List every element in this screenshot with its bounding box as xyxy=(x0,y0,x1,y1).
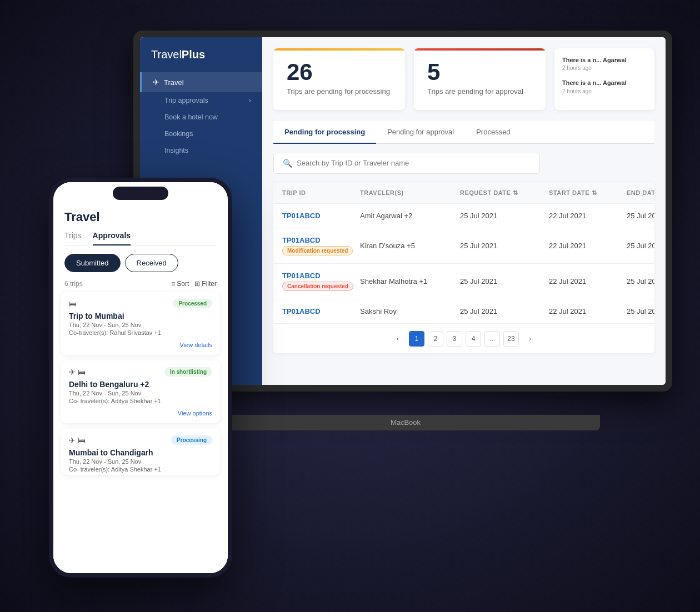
end-date-4: 25 Jul 20... xyxy=(627,307,654,315)
trip-dates-2: Thu, 22 Nov - Sun, 25 Nov xyxy=(69,390,212,397)
search-bar[interactable]: 🔍 xyxy=(273,153,540,174)
travelers-2: Kiran D'souza +5 xyxy=(360,242,460,250)
table-row: TP01ABCD Amit Agarwal +2 25 Jul 2021 22 … xyxy=(273,204,654,228)
stat-number-processing: 26 xyxy=(287,59,392,85)
arrow-icon: › xyxy=(249,97,251,104)
trip-card-1-header: 🛏 Processed xyxy=(69,299,212,308)
next-page-button[interactable]: › xyxy=(522,331,538,347)
phone-content: Travel Trips Approvals Submitted Receive… xyxy=(53,182,228,573)
trip-id-4[interactable]: TP01ABCD xyxy=(282,307,360,315)
sort-button[interactable]: ≡ Sort xyxy=(171,280,189,288)
phone-header: Travel Trips Approvals xyxy=(53,204,228,246)
page-button-1[interactable]: 1 xyxy=(409,331,424,347)
start-date-3: 22 Jul 2021 xyxy=(549,277,627,285)
sidebar-item-bookings[interactable]: Bookings xyxy=(140,126,262,142)
modification-badge: Modification requested xyxy=(282,246,353,255)
laptop-brand: MacBook xyxy=(211,415,600,430)
data-table: TRIP ID TRAVELER(S) REQUEST DATE ⇅ START… xyxy=(273,183,654,353)
phone-title: Travel xyxy=(64,210,217,224)
table-header: TRIP ID TRAVELER(S) REQUEST DATE ⇅ START… xyxy=(273,183,654,204)
table-row: TP01ABCD Cancellation requested Shekhar … xyxy=(273,264,654,299)
sidebar-item-book-hotel[interactable]: Book a hotel now xyxy=(140,109,262,126)
trip-name-3: Mumbai to Chandigarh xyxy=(69,448,212,457)
col-end-date[interactable]: END DATE ⇅ xyxy=(627,189,654,197)
trip-card-3-header: ✈ 🛏 Processing xyxy=(69,435,212,445)
trip-dates-3: Thu, 22 Nov - Sun, 25 Nov xyxy=(69,458,212,465)
col-travelers: TRAVELER(S) xyxy=(360,189,460,197)
phone-tab-approvals[interactable]: Approvals xyxy=(93,231,131,245)
trip-icons-2: ✈ 🛏 xyxy=(69,368,86,377)
trip-card-1-footer: View details xyxy=(69,336,212,353)
flight-icon-3: ✈ xyxy=(69,436,76,445)
toggle-submitted-button[interactable]: Submitted xyxy=(64,254,121,272)
travelers-4: Sakshi Roy xyxy=(360,307,460,315)
filter-button[interactable]: ⊞ Filter xyxy=(194,280,217,288)
view-options-link-2[interactable]: View options xyxy=(178,410,212,417)
trip-card-3: ✈ 🛏 Processing Mumbai to Chandigarh Thu,… xyxy=(61,429,220,475)
page-button-23[interactable]: 23 xyxy=(503,331,519,347)
status-badge-3: Processing xyxy=(171,435,212,445)
request-date-1: 25 Jul 2021 xyxy=(460,212,549,220)
sort-icon: ≡ xyxy=(171,280,175,288)
search-input[interactable] xyxy=(297,159,531,167)
col-start-date[interactable]: START DATE ⇅ xyxy=(549,189,627,197)
trip-id-3[interactable]: TP01ABCD Cancellation requested xyxy=(282,272,360,291)
stat-card-approval: 5 Trips are pending for approval xyxy=(414,48,546,110)
end-date-3: 25 Jul 20... xyxy=(627,277,654,285)
prev-page-button[interactable]: ‹ xyxy=(390,331,406,347)
stat-label-processing: Trips are pending for processing xyxy=(287,87,392,96)
tab-processed[interactable]: Processed xyxy=(465,121,521,144)
trip-travelers-3: Co- traveler(s): Aditya Shekhar +1 xyxy=(69,466,212,473)
col-request-date[interactable]: REQUEST DATE ⇅ xyxy=(460,189,549,197)
trip-card-2-header: ✈ 🛏 In shortlisting xyxy=(69,367,212,377)
page-button-2[interactable]: 2 xyxy=(428,331,443,347)
stats-row: 26 Trips are pending for processing 5 Tr… xyxy=(273,48,654,110)
hotel-icon: 🛏 xyxy=(69,299,77,308)
table-row: TP01ABCD Modification requested Kiran D'… xyxy=(273,228,654,264)
end-date-2: 25 Jul 20... xyxy=(627,242,654,250)
status-badge-2: In shortlisting xyxy=(164,367,212,377)
page-button-4[interactable]: 4 xyxy=(466,331,481,347)
flight-icon-2: ✈ xyxy=(69,368,76,377)
tab-pending-processing[interactable]: Pending for processing xyxy=(273,121,376,144)
phone-tab-trips[interactable]: Trips xyxy=(64,231,82,245)
notification-item-2: There is a n... Agarwal 2 hours ago xyxy=(562,79,647,94)
page-ellipsis: ... xyxy=(484,331,500,347)
start-date-4: 22 Jul 2021 xyxy=(549,307,627,315)
travelers-3: Shekhar Malhotra +1 xyxy=(360,277,460,285)
trip-card-2: ✈ 🛏 In shortlisting Delhi to Bengaluru +… xyxy=(61,360,220,423)
trip-icons-3: ✈ 🛏 xyxy=(69,436,86,445)
sidebar-item-trip-approvals[interactable]: Trip approvals › xyxy=(140,92,262,109)
trip-dates-1: Thu, 22 Nov - Sun, 25 Nov xyxy=(69,322,212,328)
start-date-2: 22 Jul 2021 xyxy=(549,242,627,250)
trip-id-2[interactable]: TP01ABCD Modification requested xyxy=(282,236,360,255)
travelers-1: Amit Agarwal +2 xyxy=(360,212,460,220)
toggle-received-button[interactable]: Received xyxy=(125,254,178,272)
phone-device: Travel Trips Approvals Submitted Receive… xyxy=(49,178,232,578)
bar-controls: ≡ Sort ⊞ Filter xyxy=(171,280,217,288)
sidebar-item-insights[interactable]: Insights xyxy=(140,142,262,159)
tabs-row: Pending for processing Pending for appro… xyxy=(273,121,654,144)
trip-card-1: 🛏 Processed Trip to Mumbai Thu, 22 Nov -… xyxy=(61,292,220,355)
view-details-link-1[interactable]: View details xyxy=(180,342,213,348)
status-badge-1: Processed xyxy=(173,299,212,308)
request-date-3: 25 Jul 2021 xyxy=(460,277,549,285)
notification-panel: There is a n... Agarwal 2 hours ago Ther… xyxy=(554,48,654,110)
sidebar-item-travel[interactable]: ✈ Travel xyxy=(140,72,262,92)
pagination: ‹ 1 2 3 4 ... 23 › xyxy=(273,324,654,353)
notification-item-1: There is a n... Agarwal 2 hours ago xyxy=(562,56,647,71)
search-icon: 🔍 xyxy=(283,159,292,168)
trip-id-1[interactable]: TP01ABCD xyxy=(282,212,360,220)
tab-pending-approval[interactable]: Pending for approval xyxy=(376,121,465,144)
page-button-3[interactable]: 3 xyxy=(447,331,462,347)
hotel-icon-2: 🛏 xyxy=(78,368,86,377)
travel-icon: ✈ xyxy=(153,78,159,87)
stat-label-approval: Trips are pending for approval xyxy=(427,87,532,96)
phone-notch xyxy=(113,187,168,200)
col-trip-id: TRIP ID xyxy=(282,189,360,197)
trips-bar: 6 trips ≡ Sort ⊞ Filter xyxy=(53,278,228,292)
request-date-4: 25 Jul 2021 xyxy=(460,307,549,315)
phone-tabs: Trips Approvals xyxy=(64,231,217,246)
request-date-2: 25 Jul 2021 xyxy=(460,242,549,250)
trip-name-1: Trip to Mumbai xyxy=(69,312,212,320)
